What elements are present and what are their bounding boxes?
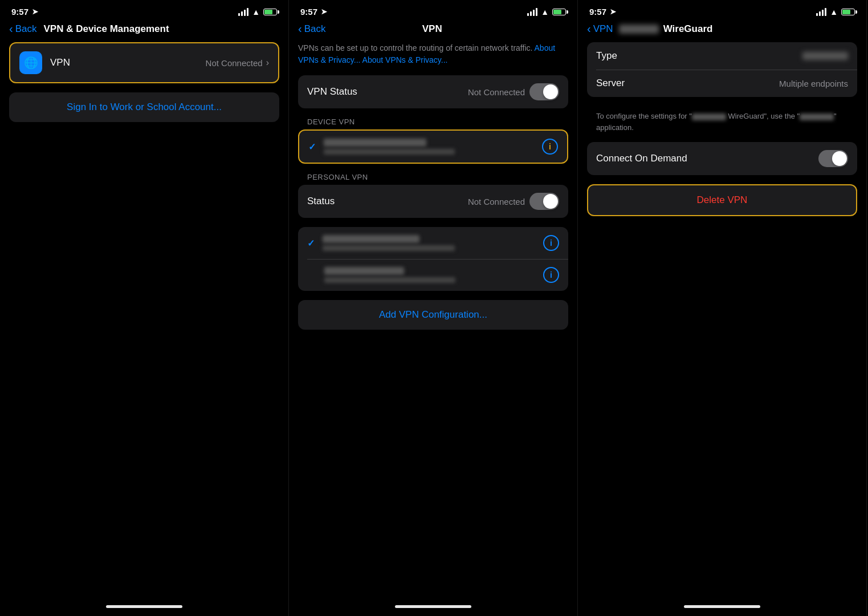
back-button-3[interactable]: ‹ VPN xyxy=(587,22,613,35)
back-arrow-icon-3: ‹ xyxy=(587,22,591,35)
back-arrow-icon-2: ‹ xyxy=(298,22,302,35)
wifi-icon-1: ▲ xyxy=(252,7,260,17)
back-label-3: VPN xyxy=(593,23,613,35)
blurred-name xyxy=(619,25,659,34)
vpn-status-row: VPN Status Not Connected xyxy=(298,75,568,108)
personal-vpn-sub-2 xyxy=(324,277,455,283)
vpn-label: VPN xyxy=(50,57,206,68)
server-label: Server xyxy=(596,78,779,89)
about-vpns-link[interactable]: About VPNs & Privacy... xyxy=(362,55,448,64)
personal-vpn-info-1 xyxy=(323,235,543,251)
time-3: 9:57 xyxy=(589,7,606,17)
status-left-2: 9:57 ➤ xyxy=(300,7,327,17)
globe-icon: 🌐 xyxy=(24,56,38,70)
home-bar-1 xyxy=(106,605,182,608)
device-vpn-sub xyxy=(324,149,455,155)
personal-vpn-info-button-1[interactable]: i xyxy=(543,235,559,251)
type-server-group: Type Server Multiple endpoints xyxy=(587,42,857,97)
check-icon-1: ✓ xyxy=(308,141,316,152)
personal-status-value: Not Connected xyxy=(468,197,525,206)
add-vpn-button[interactable]: Add VPN Configuration... xyxy=(298,300,568,330)
add-vpn-label: Add VPN Configuration... xyxy=(379,309,487,320)
personal-status-row: Status Not Connected xyxy=(298,185,568,218)
page-title-1: VPN & Device Management xyxy=(43,23,169,35)
signin-label: Sign In to Work or School Account... xyxy=(67,102,222,112)
location-arrow-icon-2: ➤ xyxy=(321,7,327,16)
status-bar-1: 9:57 ➤ ▲ xyxy=(0,0,288,20)
time-1: 9:57 xyxy=(11,7,28,17)
check-icon-2: ✓ xyxy=(307,238,315,249)
info-main-text: VPNs can be set up to control the routin… xyxy=(298,43,532,52)
delete-vpn-label: Delete VPN xyxy=(697,194,748,205)
screen3-content: Type Server Multiple endpoints To config… xyxy=(578,42,866,597)
signal-bars-2 xyxy=(527,8,537,16)
signin-button[interactable]: Sign In to Work or School Account... xyxy=(9,92,279,122)
personal-status-toggle[interactable] xyxy=(529,193,559,210)
blurred-app-name-2 xyxy=(800,114,834,120)
status-right-3: ▲ xyxy=(816,7,855,17)
vpn-status-value: Not Connected xyxy=(468,87,525,97)
nav-bar-1: ‹ Back VPN & Device Management xyxy=(0,20,288,42)
type-value-blurred xyxy=(802,52,848,60)
personal-vpn-info-2 xyxy=(324,267,543,283)
back-label-2: Back xyxy=(304,23,326,35)
config-note: To configure the settings for " WireGuar… xyxy=(587,106,857,142)
nav-bar-3: ‹ VPN WireGuard xyxy=(578,20,866,42)
personal-vpn-name-2 xyxy=(324,267,404,275)
type-row: Type xyxy=(587,42,857,70)
vpn-info-text: VPNs can be set up to control the routin… xyxy=(298,42,568,66)
personal-vpn-status-group: Status Not Connected xyxy=(298,185,568,218)
personal-vpn-item-2[interactable]: i xyxy=(298,259,568,291)
signal-bars-1 xyxy=(238,8,248,16)
vpn-status-toggle[interactable] xyxy=(529,83,559,100)
home-bar-3 xyxy=(684,605,760,608)
connect-demand-group: Connect On Demand xyxy=(587,142,857,175)
connect-demand-label: Connect On Demand xyxy=(596,153,818,164)
chevron-right-icon: › xyxy=(266,58,269,68)
screen3: 9:57 ➤ ▲ ‹ VPN WireGuard xyxy=(578,0,867,616)
status-left-1: 9:57 ➤ xyxy=(11,7,38,17)
vpn-icon: 🌐 xyxy=(19,51,42,74)
battery-icon-3 xyxy=(841,9,855,15)
home-indicator-3 xyxy=(578,597,866,616)
wifi-icon-3: ▲ xyxy=(830,7,838,17)
personal-status-label: Status xyxy=(307,196,468,207)
type-label: Type xyxy=(596,50,802,62)
server-value: Multiple endpoints xyxy=(779,79,848,88)
time-2: 9:57 xyxy=(300,7,317,17)
personal-vpn-item-1[interactable]: ✓ i xyxy=(298,227,568,259)
delete-vpn-button[interactable]: Delete VPN xyxy=(587,184,857,216)
screen1-content: 🌐 VPN Not Connected › Sign In to Work or… xyxy=(0,42,288,597)
device-vpn-item[interactable]: ✓ i xyxy=(299,131,567,163)
status-bar-2: 9:57 ➤ ▲ xyxy=(289,0,577,20)
back-button-2[interactable]: ‹ Back xyxy=(298,22,325,35)
back-arrow-icon-1: ‹ xyxy=(9,22,13,35)
back-button-1[interactable]: ‹ Back xyxy=(9,22,36,35)
personal-vpn-label: PERSONAL VPN xyxy=(307,173,568,181)
device-vpn-label: DEVICE VPN xyxy=(307,117,568,126)
connect-demand-toggle[interactable] xyxy=(818,150,848,167)
blurred-app-name-1 xyxy=(692,114,726,120)
home-indicator-2 xyxy=(289,597,577,616)
back-label-1: Back xyxy=(15,23,37,35)
screen2: 9:57 ➤ ▲ ‹ Back VPN VPNs can be s xyxy=(289,0,578,616)
device-vpn-name xyxy=(324,139,426,147)
status-right-1: ▲ xyxy=(238,7,277,17)
toggle-knob xyxy=(543,84,558,99)
vpn-status-group: VPN Status Not Connected xyxy=(298,75,568,108)
home-bar-2 xyxy=(395,605,471,608)
page-title-3: WireGuard xyxy=(663,23,713,35)
location-arrow-icon: ➤ xyxy=(32,7,38,16)
status-right-2: ▲ xyxy=(527,7,566,17)
server-row: Server Multiple endpoints xyxy=(587,70,857,97)
device-vpn-group: ✓ i xyxy=(298,129,568,164)
signal-bars-3 xyxy=(816,8,826,16)
device-vpn-info-button[interactable]: i xyxy=(542,139,558,155)
toggle-knob-3 xyxy=(832,151,847,166)
home-indicator-1 xyxy=(0,597,288,616)
status-bar-3: 9:57 ➤ ▲ xyxy=(578,0,866,20)
connect-demand-row: Connect On Demand xyxy=(587,142,857,175)
nav-bar-2: ‹ Back VPN xyxy=(289,20,577,42)
personal-vpn-info-button-2[interactable]: i xyxy=(543,267,559,283)
vpn-row[interactable]: 🌐 VPN Not Connected › xyxy=(9,42,279,83)
